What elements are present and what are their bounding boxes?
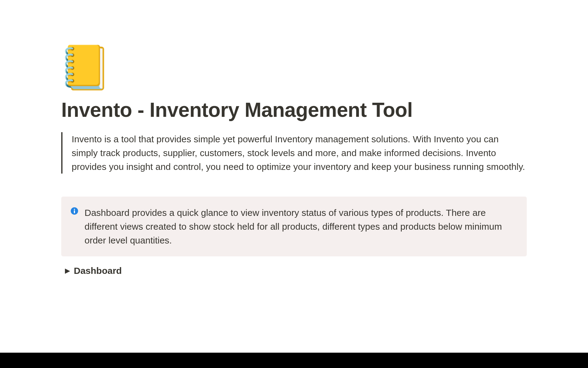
chevron-right-icon: ▶: [65, 267, 70, 275]
quote-block: Invento is a tool that provides simple y…: [61, 132, 527, 174]
toggle-dashboard[interactable]: ▶ Dashboard: [65, 266, 527, 276]
info-icon: [70, 207, 78, 216]
callout-text: Dashboard provides a quick glance to vie…: [85, 206, 518, 247]
callout-block: Dashboard provides a quick glance to vie…: [61, 197, 527, 256]
page-icon[interactable]: 📒: [58, 46, 527, 89]
svg-point-1: [74, 209, 75, 210]
page-title: Invento - Inventory Management Tool: [61, 98, 527, 121]
svg-rect-2: [74, 210, 75, 213]
toggle-label: Dashboard: [74, 266, 122, 276]
bottom-bar: [0, 353, 588, 368]
quote-text: Invento is a tool that provides simple y…: [72, 132, 527, 174]
